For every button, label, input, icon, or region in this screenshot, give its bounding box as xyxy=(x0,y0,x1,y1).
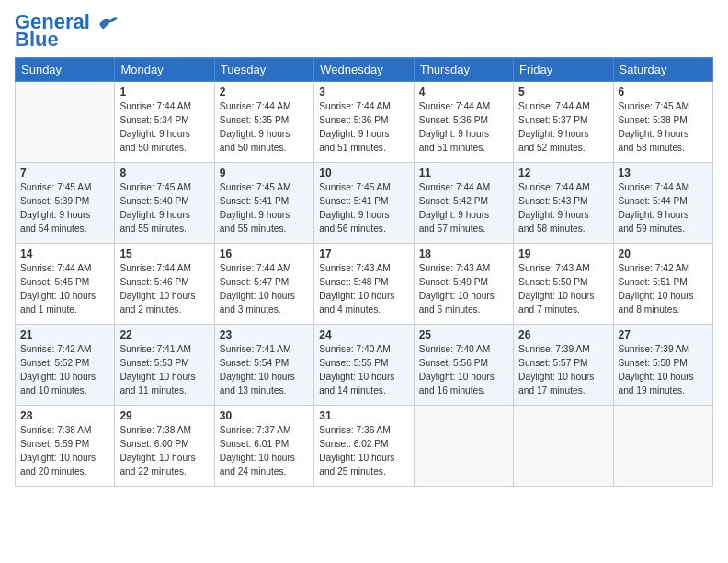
calendar-week-row: 28Sunrise: 7:38 AMSunset: 5:59 PMDayligh… xyxy=(16,406,713,487)
day-number: 3 xyxy=(319,86,408,98)
calendar-cell: 12Sunrise: 7:44 AMSunset: 5:43 PMDayligh… xyxy=(514,163,613,244)
day-number: 26 xyxy=(518,328,608,341)
day-number: 10 xyxy=(319,167,408,179)
calendar-cell: 22Sunrise: 7:41 AMSunset: 5:53 PMDayligh… xyxy=(115,325,214,406)
day-info: Sunrise: 7:42 AMSunset: 5:51 PMDaylight:… xyxy=(619,262,708,316)
day-info: Sunrise: 7:44 AMSunset: 5:37 PMDaylight:… xyxy=(518,100,608,155)
calendar-cell: 20Sunrise: 7:42 AMSunset: 5:51 PMDayligh… xyxy=(613,244,712,325)
day-number: 28 xyxy=(20,409,109,422)
logo: General Blue xyxy=(15,11,118,50)
day-number: 30 xyxy=(220,409,309,422)
logo-blue: Blue xyxy=(15,29,59,50)
calendar-cell: 30Sunrise: 7:37 AMSunset: 6:01 PMDayligh… xyxy=(214,406,313,487)
calendar-cell: 28Sunrise: 7:38 AMSunset: 5:59 PMDayligh… xyxy=(16,406,115,487)
day-info: Sunrise: 7:41 AMSunset: 5:53 PMDaylight:… xyxy=(119,343,209,397)
day-info: Sunrise: 7:44 AMSunset: 5:44 PMDaylight:… xyxy=(619,181,708,236)
day-info: Sunrise: 7:41 AMSunset: 5:54 PMDaylight:… xyxy=(220,343,309,397)
day-info: Sunrise: 7:44 AMSunset: 5:36 PMDaylight:… xyxy=(419,100,508,155)
day-info: Sunrise: 7:45 AMSunset: 5:41 PMDaylight:… xyxy=(319,181,408,236)
calendar-cell: 4Sunrise: 7:44 AMSunset: 5:36 PMDaylight… xyxy=(414,82,513,163)
weekday-header-saturday: Saturday xyxy=(613,58,712,82)
calendar-cell xyxy=(514,406,613,487)
day-info: Sunrise: 7:42 AMSunset: 5:52 PMDaylight:… xyxy=(20,343,109,397)
calendar-cell xyxy=(16,82,115,163)
day-number: 20 xyxy=(619,247,708,260)
day-number: 25 xyxy=(419,328,508,341)
day-info: Sunrise: 7:45 AMSunset: 5:39 PMDaylight:… xyxy=(20,181,109,236)
day-info: Sunrise: 7:40 AMSunset: 5:56 PMDaylight:… xyxy=(419,343,508,397)
day-number: 11 xyxy=(419,167,508,179)
calendar-cell: 2Sunrise: 7:44 AMSunset: 5:35 PMDaylight… xyxy=(214,82,313,163)
calendar-cell: 1Sunrise: 7:44 AMSunset: 5:34 PMDaylight… xyxy=(115,82,214,163)
day-number: 2 xyxy=(220,86,309,98)
calendar-cell: 25Sunrise: 7:40 AMSunset: 5:56 PMDayligh… xyxy=(414,325,513,406)
day-info: Sunrise: 7:45 AMSunset: 5:40 PMDaylight:… xyxy=(119,181,209,236)
day-info: Sunrise: 7:38 AMSunset: 5:59 PMDaylight:… xyxy=(20,424,109,478)
day-number: 14 xyxy=(20,247,109,260)
calendar-cell: 14Sunrise: 7:44 AMSunset: 5:45 PMDayligh… xyxy=(16,244,115,325)
day-info: Sunrise: 7:44 AMSunset: 5:35 PMDaylight:… xyxy=(220,100,309,155)
day-info: Sunrise: 7:44 AMSunset: 5:42 PMDaylight:… xyxy=(419,181,508,236)
day-info: Sunrise: 7:43 AMSunset: 5:48 PMDaylight:… xyxy=(319,262,408,316)
day-info: Sunrise: 7:43 AMSunset: 5:50 PMDaylight:… xyxy=(518,262,608,316)
calendar-cell: 10Sunrise: 7:45 AMSunset: 5:41 PMDayligh… xyxy=(314,163,414,244)
day-info: Sunrise: 7:44 AMSunset: 5:47 PMDaylight:… xyxy=(220,262,309,316)
calendar-cell: 26Sunrise: 7:39 AMSunset: 5:57 PMDayligh… xyxy=(514,325,613,406)
day-info: Sunrise: 7:39 AMSunset: 5:57 PMDaylight:… xyxy=(518,343,608,397)
day-info: Sunrise: 7:44 AMSunset: 5:46 PMDaylight:… xyxy=(119,262,209,316)
day-number: 8 xyxy=(119,167,209,179)
calendar-cell: 18Sunrise: 7:43 AMSunset: 5:49 PMDayligh… xyxy=(414,244,513,325)
day-number: 12 xyxy=(518,167,608,179)
day-info: Sunrise: 7:45 AMSunset: 5:41 PMDaylight:… xyxy=(220,181,309,236)
calendar-cell: 21Sunrise: 7:42 AMSunset: 5:52 PMDayligh… xyxy=(16,325,115,406)
calendar-cell: 11Sunrise: 7:44 AMSunset: 5:42 PMDayligh… xyxy=(414,163,513,244)
calendar-cell: 13Sunrise: 7:44 AMSunset: 5:44 PMDayligh… xyxy=(613,163,712,244)
calendar-cell xyxy=(613,406,712,487)
header: General Blue xyxy=(15,11,713,50)
day-number: 27 xyxy=(619,328,708,341)
calendar-cell: 9Sunrise: 7:45 AMSunset: 5:41 PMDaylight… xyxy=(214,163,313,244)
day-number: 13 xyxy=(619,167,708,179)
day-number: 23 xyxy=(220,328,309,341)
weekday-header-monday: Monday xyxy=(115,58,214,82)
day-info: Sunrise: 7:39 AMSunset: 5:58 PMDaylight:… xyxy=(619,343,708,397)
day-number: 9 xyxy=(220,167,309,179)
day-number: 19 xyxy=(518,247,608,260)
weekday-header-sunday: Sunday xyxy=(16,58,115,82)
day-info: Sunrise: 7:37 AMSunset: 6:01 PMDaylight:… xyxy=(220,424,309,478)
weekday-header-tuesday: Tuesday xyxy=(214,58,313,82)
day-number: 22 xyxy=(119,328,209,341)
calendar-cell: 27Sunrise: 7:39 AMSunset: 5:58 PMDayligh… xyxy=(613,325,712,406)
day-number: 15 xyxy=(119,247,209,260)
day-info: Sunrise: 7:45 AMSunset: 5:38 PMDaylight:… xyxy=(619,100,708,155)
calendar-cell: 29Sunrise: 7:38 AMSunset: 6:00 PMDayligh… xyxy=(115,406,214,487)
weekday-header-thursday: Thursday xyxy=(414,58,513,82)
day-info: Sunrise: 7:36 AMSunset: 6:02 PMDaylight:… xyxy=(319,424,408,478)
calendar-week-row: 1Sunrise: 7:44 AMSunset: 5:34 PMDaylight… xyxy=(16,82,713,163)
day-info: Sunrise: 7:40 AMSunset: 5:55 PMDaylight:… xyxy=(319,343,408,397)
calendar-cell: 24Sunrise: 7:40 AMSunset: 5:55 PMDayligh… xyxy=(314,325,414,406)
page-container: General Blue SundayMondayTuesdayWednesda… xyxy=(0,0,728,494)
day-number: 18 xyxy=(419,247,508,260)
calendar-cell: 5Sunrise: 7:44 AMSunset: 5:37 PMDaylight… xyxy=(514,82,613,163)
calendar-cell: 31Sunrise: 7:36 AMSunset: 6:02 PMDayligh… xyxy=(314,406,414,487)
day-info: Sunrise: 7:44 AMSunset: 5:36 PMDaylight:… xyxy=(319,100,408,155)
calendar-week-row: 21Sunrise: 7:42 AMSunset: 5:52 PMDayligh… xyxy=(16,325,713,406)
weekday-header-friday: Friday xyxy=(514,58,613,82)
calendar-cell: 23Sunrise: 7:41 AMSunset: 5:54 PMDayligh… xyxy=(214,325,313,406)
day-number: 29 xyxy=(119,409,209,422)
day-number: 17 xyxy=(319,247,408,260)
day-number: 4 xyxy=(419,86,508,98)
calendar-cell: 3Sunrise: 7:44 AMSunset: 5:36 PMDaylight… xyxy=(314,82,414,163)
day-info: Sunrise: 7:44 AMSunset: 5:43 PMDaylight:… xyxy=(518,181,608,236)
weekday-header-wednesday: Wednesday xyxy=(314,58,414,82)
calendar-cell xyxy=(414,406,513,487)
calendar-cell: 16Sunrise: 7:44 AMSunset: 5:47 PMDayligh… xyxy=(214,244,313,325)
day-number: 6 xyxy=(619,86,708,98)
calendar-table: SundayMondayTuesdayWednesdayThursdayFrid… xyxy=(15,57,713,487)
day-info: Sunrise: 7:44 AMSunset: 5:34 PMDaylight:… xyxy=(119,100,209,155)
calendar-cell: 15Sunrise: 7:44 AMSunset: 5:46 PMDayligh… xyxy=(115,244,214,325)
logo-bird-icon xyxy=(97,15,118,31)
day-number: 21 xyxy=(20,328,109,341)
day-number: 5 xyxy=(518,86,608,98)
